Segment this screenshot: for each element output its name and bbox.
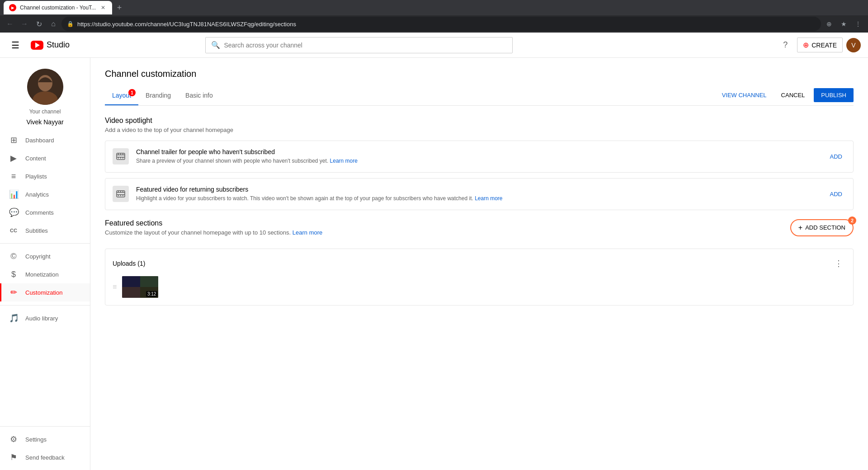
comments-icon: 💬 [9,207,18,217]
svg-rect-13 [117,192,125,193]
add-section-badge: 2 [848,216,856,225]
channel-trailer-add-button[interactable]: ADD [826,150,846,163]
sidebar-item-customization[interactable]: ✏ Customization [0,283,90,301]
sidebar: Your channel Vivek Nayyar ⊞ Dashboard ▶ … [0,58,90,470]
reload-button[interactable]: ↻ [33,18,45,30]
browser-tabs: ▶ Channel customization - YouT... ✕ + [0,0,868,15]
logo[interactable]: Studio [31,40,70,50]
tab-layout[interactable]: Layout 1 [105,86,138,105]
audio-library-icon: 🎵 [9,313,18,323]
svg-rect-8 [123,153,123,155]
sidebar-label-monetization: Monetization [25,271,59,278]
featured-video-icon [113,186,129,202]
tab-basic-info[interactable]: Basic info [178,86,220,105]
user-avatar[interactable]: V [846,38,861,52]
featured-sections-learn-more[interactable]: Learn more [292,229,322,236]
sidebar-item-settings[interactable]: ⚙ Settings [0,430,90,448]
tab-actions: VIEW CHANNEL CANCEL PUBLISH [717,88,854,104]
create-icon: ⊕ [803,41,809,49]
sidebar-bottom: ⚙ Settings ⚑ Send feedback [0,426,90,466]
sidebar-label-dashboard: Dashboard [25,137,54,144]
svg-rect-9 [118,157,119,159]
tab-branding[interactable]: Branding [138,86,178,105]
help-button[interactable]: ? [777,37,793,53]
browser-chrome: ▶ Channel customization - YouT... ✕ + ← … [0,0,868,33]
home-button[interactable]: ⌂ [47,18,60,30]
sidebar-label-analytics: Analytics [25,191,49,198]
cancel-button[interactable]: CANCEL [776,89,811,101]
security-icon: 🔒 [67,21,74,27]
hamburger-menu[interactable]: ☰ [7,37,24,53]
sidebar-label-content: Content [25,155,46,162]
drag-handle[interactable]: ≡ [113,283,117,291]
video-duration: 3:12 [146,291,157,297]
sidebar-avatar[interactable] [27,69,63,105]
uploads-menu-button[interactable]: ⋮ [831,256,846,271]
channel-trailer-learn-more[interactable]: Learn more [330,158,358,164]
sidebar-label-subtitles: Subtitles [25,227,48,234]
svg-rect-11 [123,157,123,159]
new-tab-button[interactable]: + [114,2,125,13]
forward-button[interactable]: → [18,18,31,30]
settings-icon: ⚙ [9,434,18,444]
help-icon: ? [783,40,788,50]
featured-video-learn-more[interactable]: Learn more [475,195,502,202]
uploads-title: Uploads (1) [113,260,145,267]
your-channel-label: Your channel [29,108,61,115]
browser-actions: ⊕ ★ ⋮ [823,18,864,30]
top-bar: ☰ Studio 🔍 ? ⊕ CREATE V [0,33,868,58]
sidebar-item-monetization[interactable]: $ Monetization [0,265,90,283]
playlists-icon: ≡ [9,172,18,181]
view-channel-button[interactable]: VIEW CHANNEL [717,89,772,101]
sidebar-item-content[interactable]: ▶ Content [0,149,90,167]
add-section-label: ADD SECTION [805,224,845,231]
avatar-image [27,69,63,105]
extensions-button[interactable]: ⊕ [823,18,835,30]
sidebar-item-copyright[interactable]: © Copyright [0,247,90,265]
back-button[interactable]: ← [4,18,16,30]
film-icon [116,151,126,161]
sidebar-item-audio-library[interactable]: 🎵 Audio library [0,309,90,327]
url-text: https://studio.youtube.com/channel/UC3Iu… [77,21,816,28]
address-bar[interactable]: 🔒 https://studio.youtube.com/channel/UC3… [61,17,821,31]
sidebar-divider [0,243,90,244]
publish-button[interactable]: PUBLISH [814,88,854,102]
menu-button[interactable]: ⋮ [852,18,864,30]
browser-toolbar: ← → ↻ ⌂ 🔒 https://studio.youtube.com/cha… [0,15,868,33]
channel-trailer-content: Channel trailer for people who haven't s… [136,148,819,165]
sidebar-nav: ⊞ Dashboard ▶ Content ≡ Playlists 📊 Anal… [0,131,90,327]
sidebar-label-customization: Customization [25,289,62,296]
channel-name: Vivek Nayyar [26,118,63,126]
video-spotlight-subtitle: Add a video to the top of your channel h… [105,127,854,133]
sidebar-item-playlists[interactable]: ≡ Playlists [0,167,90,185]
sidebar-item-feedback[interactable]: ⚑ Send feedback [0,448,90,466]
sidebar-item-subtitles[interactable]: CC Subtitles [0,221,90,240]
tab-close-button[interactable]: ✕ [99,4,107,11]
content-area: Channel customization Layout 1 Branding … [90,58,868,470]
search-bar: 🔍 [205,37,513,53]
sidebar-label-settings: Settings [25,436,47,443]
play-triangle [35,42,40,48]
add-section-button[interactable]: + ADD SECTION 2 [790,219,854,236]
channel-trailer-title: Channel trailer for people who haven't s… [136,148,819,155]
search-input[interactable] [224,42,507,49]
svg-rect-7 [120,153,121,155]
sidebar-item-analytics[interactable]: 📊 Analytics [0,185,90,203]
dashboard-icon: ⊞ [9,135,18,145]
create-button[interactable]: ⊕ CREATE [797,38,843,52]
svg-rect-18 [118,195,119,196]
page-title: Channel customization [105,69,854,79]
sidebar-item-dashboard[interactable]: ⊞ Dashboard [0,131,90,149]
featured-video-add-button[interactable]: ADD [826,188,846,200]
bookmark-button[interactable]: ★ [837,18,850,30]
sidebar-label-comments: Comments [25,209,54,216]
customization-icon: ✏ [9,287,18,297]
featured-sections-info: Featured sections Customize the layout o… [105,219,322,243]
main-layout: Your channel Vivek Nayyar ⊞ Dashboard ▶ … [0,58,868,470]
browser-tab-active[interactable]: ▶ Channel customization - YouT... ✕ [4,1,112,14]
feedback-icon: ⚑ [9,452,18,462]
svg-rect-20 [123,195,123,196]
sidebar-label-audio-library: Audio library [25,315,58,322]
tabs: Layout 1 Branding Basic info [105,86,220,105]
sidebar-item-comments[interactable]: 💬 Comments [0,203,90,221]
